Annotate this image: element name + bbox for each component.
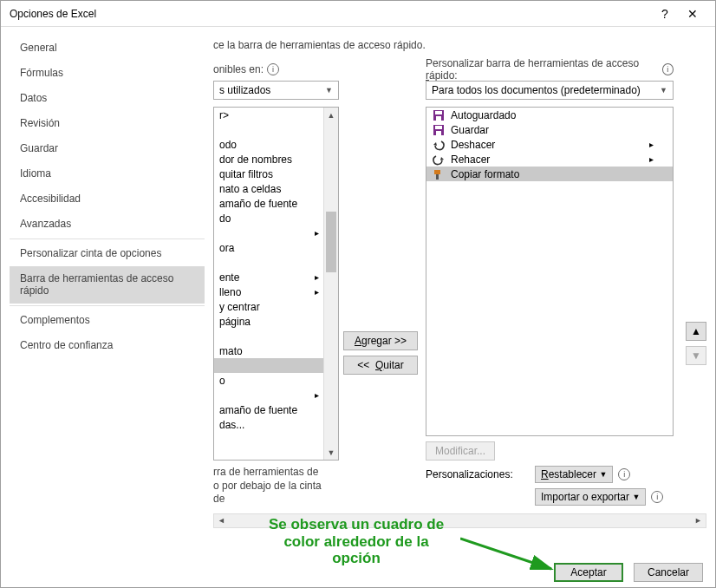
accept-button[interactable]: Aceptar <box>554 563 623 582</box>
sidebar-item-general[interactable]: General <box>10 36 205 61</box>
sidebar-item-guardar[interactable]: Guardar <box>10 136 205 161</box>
list-item[interactable] <box>214 358 338 373</box>
chevron-down-icon: ▼ <box>599 470 607 479</box>
list-item[interactable]: o <box>214 373 338 388</box>
cancel-button[interactable]: Cancelar <box>634 563 703 582</box>
list-item[interactable]: mato <box>214 343 338 358</box>
list-item[interactable]: Autoguardado <box>426 108 673 122</box>
dialog-body: General Fórmulas Datos Revisión Guardar … <box>1 27 715 563</box>
sidebar-item-accesibilidad[interactable]: Accesibilidad <box>10 186 205 212</box>
reorder-buttons: ▲ ▼ <box>686 322 706 365</box>
scroll-thumb[interactable] <box>326 212 336 272</box>
svg-rect-6 <box>434 170 440 174</box>
sidebar-item-formulas[interactable]: Fórmulas <box>10 61 205 86</box>
sidebar-item-idioma[interactable]: Idioma <box>10 161 205 186</box>
sidebar-item-avanzadas[interactable]: Avanzadas <box>10 212 205 237</box>
import-export-button[interactable]: Importar o exportar ▼ <box>535 488 646 506</box>
show-below-ribbon-label: rra de herramientas de o por debajo de l… <box>213 466 339 506</box>
customize-qat-label: Personalizar barra de herramientas de ac… <box>426 62 674 77</box>
modify-button: Modificar... <box>426 441 495 461</box>
add-button[interactable]: Agregar >> <box>343 331 418 350</box>
list-item[interactable]: nato a celdas <box>214 181 338 196</box>
mid-column: Agregar >> << Quitar <box>339 62 422 506</box>
sidebar-separator <box>10 305 205 306</box>
horizontal-scrollbar[interactable]: ◄ ► <box>213 513 706 528</box>
available-commands-listbox[interactable]: r>ododor de nombresquitar filtrosnato a … <box>213 107 339 461</box>
scroll-track[interactable] <box>229 514 691 527</box>
scroll-down-icon[interactable]: ▼ <box>324 445 338 460</box>
dialog-title: Opciones de Excel <box>10 8 651 20</box>
list-item[interactable]: dor de nombres <box>214 152 338 167</box>
list-item[interactable]: y centrar <box>214 299 338 314</box>
save-icon <box>432 123 446 137</box>
page-heading: ce la barra de herramientas de acceso rá… <box>213 39 706 51</box>
close-button[interactable]: ✕ <box>679 1 706 27</box>
sidebar: General Fórmulas Datos Revisión Guardar … <box>1 27 205 563</box>
list-item[interactable]: odo <box>214 137 338 152</box>
scroll-right-icon[interactable]: ► <box>691 514 706 527</box>
list-item[interactable]: amaño de fuente <box>214 196 338 211</box>
list-item[interactable]: Guardar <box>426 122 673 137</box>
remove-button[interactable]: << Quitar <box>343 356 418 375</box>
sidebar-item-datos[interactable]: Datos <box>10 86 205 111</box>
list-item[interactable]: ente▸ <box>214 270 338 284</box>
help-button[interactable]: ? <box>651 1 679 27</box>
svg-rect-7 <box>436 174 439 180</box>
commands-from-label: onibles en: i <box>213 62 339 77</box>
scroll-left-icon[interactable]: ◄ <box>214 514 229 527</box>
list-item[interactable]: Deshacer▸ <box>426 137 673 152</box>
list-item[interactable]: ▸ <box>214 388 338 402</box>
list-item[interactable]: ora <box>214 240 338 255</box>
info-icon[interactable]: i <box>651 491 663 503</box>
commands-from-dropdown[interactable]: s utilizados ▼ <box>213 81 339 100</box>
info-icon[interactable]: i <box>662 63 674 75</box>
svg-rect-1 <box>435 111 442 114</box>
chevron-down-icon: ▼ <box>632 493 640 501</box>
list-item[interactable]: lleno▸ <box>214 284 338 299</box>
import-export-row: Importar o exportar ▼ i <box>426 488 674 506</box>
undo-icon <box>432 138 446 152</box>
chevron-down-icon: ▼ <box>660 86 667 95</box>
reset-button[interactable]: Restablecer ▼ <box>535 466 613 483</box>
list-item[interactable]: das... <box>214 417 338 432</box>
customize-for-dropdown[interactable]: Para todos los documentos (predeterminad… <box>426 81 674 100</box>
list-item[interactable]: r> <box>214 108 338 122</box>
personalizations-row: Personalizaciones: Restablecer ▼ i <box>426 466 674 483</box>
main-panel: ce la barra de herramientas de acceso rá… <box>205 27 715 563</box>
list-item[interactable]: Copiar formato <box>426 167 673 181</box>
dialog-footer: Aceptar Cancelar <box>554 563 703 582</box>
submenu-icon: ▸ <box>315 390 319 400</box>
sidebar-item-revision[interactable]: Revisión <box>10 111 205 136</box>
list-item[interactable] <box>214 122 338 137</box>
info-icon[interactable]: i <box>267 63 279 75</box>
list-item[interactable]: amaño de fuente <box>214 402 338 417</box>
move-down-button: ▼ <box>686 346 706 365</box>
sidebar-item-centro-confianza[interactable]: Centro de confianza <box>10 333 205 358</box>
sidebar-item-personalizar-cinta[interactable]: Personalizar cinta de opciones <box>10 241 205 266</box>
scroll-up-icon[interactable]: ▲ <box>324 108 338 122</box>
scrollbar[interactable]: ▲ ▼ <box>323 108 338 460</box>
list-item[interactable]: página <box>214 314 338 329</box>
submenu-icon: ▸ <box>649 154 654 164</box>
list-item[interactable]: ▸ <box>214 225 338 240</box>
list-item[interactable] <box>214 255 338 270</box>
info-icon[interactable]: i <box>618 468 630 480</box>
sidebar-item-complementos[interactable]: Complementos <box>10 308 205 333</box>
left-column: onibles en: i s utilizados ▼ r>ododor de… <box>213 62 339 506</box>
qat-commands-listbox[interactable]: AutoguardadoGuardarDeshacer▸Rehacer▸Copi… <box>426 107 674 436</box>
excel-options-dialog: Opciones de Excel ? ✕ General Fórmulas D… <box>0 0 716 588</box>
svg-rect-5 <box>436 131 441 135</box>
list-item[interactable]: Rehacer▸ <box>426 152 673 167</box>
list-item[interactable]: do <box>214 211 338 225</box>
list-item[interactable]: quitar filtros <box>214 167 338 181</box>
submenu-icon: ▸ <box>649 140 654 149</box>
titlebar: Opciones de Excel ? ✕ <box>1 1 715 27</box>
list-item[interactable] <box>214 329 338 343</box>
brush-icon <box>432 167 446 181</box>
move-up-button[interactable]: ▲ <box>686 322 706 341</box>
personalizations-label: Personalizaciones: <box>426 468 530 480</box>
submenu-icon: ▸ <box>315 228 319 238</box>
save-icon <box>432 108 446 122</box>
sidebar-item-barra-acceso-rapido[interactable]: Barra de herramientas de acceso rápido <box>10 266 205 304</box>
sidebar-separator <box>10 238 205 239</box>
